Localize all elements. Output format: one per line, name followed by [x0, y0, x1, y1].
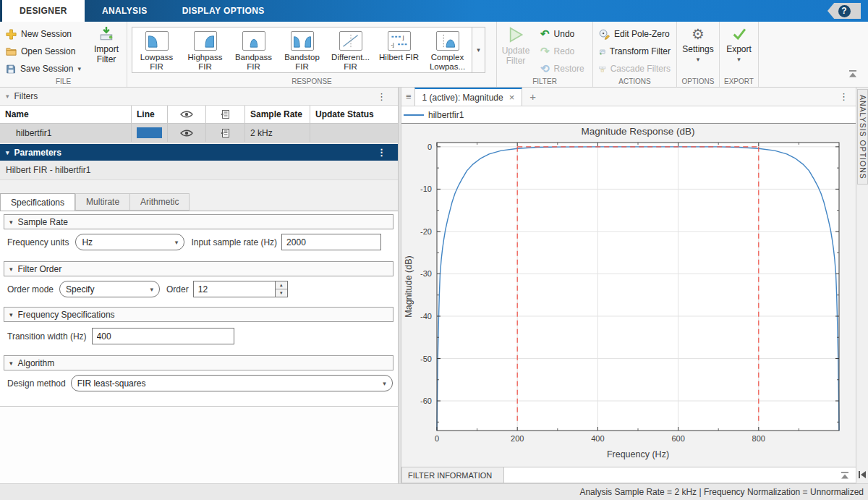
new-session-button[interactable]: New Session [0, 25, 87, 43]
help-icon: ? [838, 5, 851, 17]
filter-info-cell[interactable] [206, 124, 245, 142]
help-button[interactable]: ? [827, 3, 861, 19]
filters-table-header: Name Line Sample Rate Update Status [0, 106, 398, 124]
order-mode-select[interactable]: Specify ▾ [59, 281, 160, 297]
legend-label[interactable]: hilbertfir1 [428, 110, 464, 120]
update-filter-button[interactable]: UpdateFilter [497, 22, 535, 77]
input-sample-rate-field[interactable] [281, 234, 381, 250]
tab-designer[interactable]: DESIGNER [2, 0, 85, 22]
save-session-caret-icon[interactable]: ▾ [77, 65, 81, 72]
y-tick-label: -30 [420, 269, 432, 278]
section-algorithm[interactable]: ▾ Algorithm [4, 355, 393, 370]
col-header-line[interactable]: Line [132, 106, 168, 123]
frequency-units-select[interactable]: Hz ▾ [75, 234, 184, 250]
open-session-icon [6, 46, 17, 57]
ribbon-group-response: LowpassFIR HighpassFIR BandpassFIR Bands… [127, 22, 497, 87]
tab-display-options[interactable]: DISPLAY OPTIONS [165, 0, 282, 22]
plots-menu-icon[interactable]: ≡ [406, 91, 412, 102]
filter-information-tab[interactable]: FILTER INFORMATION [401, 467, 504, 483]
stepper-up-icon[interactable]: ▴ [276, 281, 287, 289]
response-bandpass-fir[interactable]: BandpassFIR [229, 27, 278, 72]
expand-panel-icon[interactable] [840, 471, 850, 480]
response-hilbert-fir[interactable]: j-j Hilbert FIR [375, 27, 423, 72]
collapse-icon[interactable]: ▾ [6, 93, 9, 100]
lowpass-icon [145, 31, 169, 51]
response-lowpass-fir[interactable]: LowpassFIR [132, 27, 181, 72]
x-tick-label: 400 [591, 434, 604, 443]
save-session-button[interactable]: Save Session ▾ [0, 60, 87, 77]
import-filter-button[interactable]: ImportFilter [87, 22, 126, 77]
collapse-ribbon-button[interactable] [848, 68, 858, 81]
filter-visibility-cell[interactable] [168, 124, 206, 142]
filter-update-status [310, 124, 398, 142]
collapse-icon[interactable]: ▾ [6, 149, 9, 156]
redo-button[interactable]: ↷ Redo [535, 43, 590, 60]
filters-kebab-icon[interactable]: ⋮ [377, 91, 386, 102]
chevron-down-icon: ▾ [150, 286, 154, 293]
group-label-actions: ACTIONS [593, 77, 676, 85]
section-filter-order[interactable]: ▾ Filter Order [4, 261, 393, 276]
collapse-left-button[interactable] [858, 469, 867, 482]
restore-button[interactable]: ⟲ Restore [535, 60, 590, 77]
chevron-down-icon: ▾ [383, 380, 386, 387]
ribbon-group-options: ⚙ Settings ▾ OPTIONS [677, 22, 720, 87]
cascade-filters-icon [599, 64, 606, 75]
analysis-options-tab[interactable]: ANALYSIS OPTIONS [857, 89, 868, 185]
y-tick-label: -20 [420, 227, 432, 236]
filter-row-hilbertfir1[interactable]: hilbertfir1 2 kHz [0, 124, 398, 143]
add-plot-tab-icon[interactable]: + [529, 90, 536, 103]
ribbon-group-file: New Session Open Session Save Session ▾ [0, 22, 127, 87]
plot-tab-magnitude[interactable]: 1 (active): Magnitude × [414, 88, 523, 106]
document-icon [221, 109, 231, 119]
stepper-down-icon[interactable]: ▾ [276, 289, 287, 297]
new-session-icon [6, 29, 17, 40]
col-header-name[interactable]: Name [0, 106, 132, 123]
filter-name: hilbertfir1 [0, 124, 132, 142]
response-differentiator-fir[interactable]: Different...FIR [326, 27, 375, 72]
order-stepper[interactable]: ▴ ▾ [276, 281, 288, 297]
chevron-down-icon: ▾ [175, 239, 179, 246]
open-session-button[interactable]: Open Session [0, 43, 87, 60]
legend-line [404, 114, 424, 116]
section-sample-rate[interactable]: ▾ Sample Rate [4, 214, 393, 229]
export-button[interactable]: Export ▾ [720, 22, 758, 64]
section-frequency-specifications[interactable]: ▾ Frequency Specifications [4, 307, 393, 322]
chevron-down-icon: ▾ [477, 46, 480, 54]
parameters-tabs: Specifications Multirate Arithmetic [0, 193, 190, 211]
collapse-left-icon [858, 470, 867, 479]
response-highpass-fir[interactable]: HighpassFIR [181, 27, 229, 72]
col-header-sample-rate[interactable]: Sample Rate [245, 106, 310, 123]
parameters-kebab-icon[interactable]: ⋮ [377, 147, 386, 158]
cascade-filters-button[interactable]: Cascade Filters [593, 60, 676, 77]
plot-kebab-icon[interactable]: ⋮ [839, 91, 848, 102]
undo-button[interactable]: ↶ Undo [535, 25, 590, 43]
y-tick-label: -10 [420, 185, 432, 193]
design-method-select[interactable]: FIR least-squares ▾ [71, 375, 393, 391]
filters-panel-header[interactable]: ▾ Filters ⋮ [0, 88, 398, 106]
filter-information-body [504, 467, 856, 483]
col-header-update-status[interactable]: Update Status [310, 106, 398, 123]
transition-width-field[interactable] [92, 328, 234, 344]
filters-panel-title: Filters [14, 91, 38, 101]
col-header-visibility[interactable] [168, 106, 206, 123]
settings-button[interactable]: ⚙ Settings ▾ [677, 22, 719, 64]
response-complex-lowpass-fir[interactable]: ComplexLowpas... [423, 27, 472, 72]
tab-analysis[interactable]: ANALYSIS [85, 0, 165, 22]
col-header-info[interactable] [206, 106, 245, 123]
filter-line-cell[interactable] [132, 124, 168, 142]
transform-filter-button[interactable]: Transform Filter [593, 43, 676, 60]
edit-pole-zero-button[interactable]: Edit Pole-Zero [593, 25, 676, 43]
bandstop-icon [291, 31, 314, 51]
transition-width-label: Transition width (Hz) [7, 331, 87, 342]
tab-multirate[interactable]: Multirate [75, 193, 129, 211]
tab-close-icon[interactable]: × [509, 92, 515, 103]
tab-arithmetic[interactable]: Arithmetic [129, 193, 190, 211]
parameters-panel-header[interactable]: ▾ Parameters ⋮ [0, 144, 398, 161]
response-bandstop-fir[interactable]: BandstopFIR [278, 27, 326, 72]
filter-line-swatch[interactable] [137, 127, 162, 138]
document-icon [221, 128, 231, 138]
status-text: Analysis Sample Rate = 2 kHz | Frequency… [579, 487, 864, 497]
tab-specifications[interactable]: Specifications [0, 193, 75, 211]
order-field[interactable] [193, 281, 276, 297]
response-gallery-expand-button[interactable]: ▾ [472, 27, 485, 73]
